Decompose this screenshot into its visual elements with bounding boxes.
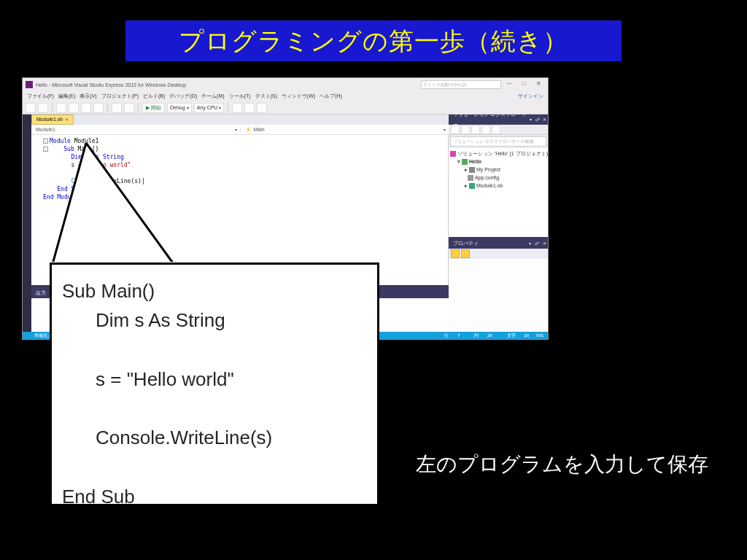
menu-file[interactable]: ファイル(F)	[27, 93, 54, 100]
callout-line-4: Console.WriteLine(s)	[62, 423, 367, 452]
status-col: 列 29	[467, 332, 492, 339]
menu-view[interactable]: 表示(V)	[80, 93, 96, 100]
callout-line-2: Dim s As String	[62, 306, 367, 335]
panel-pin-icon[interactable]: ☍	[534, 114, 541, 125]
callout-line-3: s = "Hello world"	[62, 365, 367, 394]
solution-appconfig[interactable]: App.config	[450, 174, 548, 182]
solution-root[interactable]: ソリューション 'Hello' (1 プロジェクト)	[450, 149, 548, 158]
nav-scope-combo[interactable]: Module1	[31, 127, 241, 132]
tool-misc2-icon[interactable]	[244, 103, 255, 113]
sol-refresh-icon[interactable]	[461, 125, 470, 134]
solution-toolbar	[449, 125, 548, 135]
callout-line-1: Sub Main()	[62, 276, 367, 306]
callout-box: Sub Main() Dim s As String s = "Hello wo…	[50, 262, 379, 506]
properties-body	[449, 259, 548, 332]
tool-save-icon[interactable]	[81, 103, 91, 113]
sol-showall-icon[interactable]	[481, 125, 490, 134]
tool-redo-icon[interactable]	[124, 103, 134, 113]
solution-module1[interactable]: ▸ Module1.vb	[450, 182, 548, 190]
menu-project[interactable]: プロジェクト(P)	[101, 93, 139, 100]
panel-close-icon[interactable]: ✕	[541, 114, 549, 125]
editor-nav: Module1 Main	[31, 125, 449, 135]
instruction-text: 左のプログラムを入力して保存	[416, 451, 708, 478]
solution-explorer-title: ソリューション エクスプローラー ▾ ☍ ✕	[449, 114, 548, 125]
platform-combo[interactable]: Any CPU	[194, 103, 225, 113]
tool-open-icon[interactable]	[69, 103, 79, 113]
menu-debug[interactable]: デバッグ(D)	[169, 93, 197, 100]
nav-member-combo[interactable]: Main	[241, 127, 449, 133]
prop-cat-icon[interactable]	[451, 249, 460, 258]
minimize-button[interactable]: ─	[503, 80, 516, 89]
sol-collapse-icon[interactable]	[471, 125, 480, 134]
menu-team[interactable]: チーム(M)	[201, 93, 225, 100]
panel-dropdown-icon[interactable]: ▾	[527, 114, 535, 125]
prop-az-icon[interactable]	[461, 249, 470, 258]
status-char: 文字 29	[500, 332, 529, 339]
prop-pin-icon[interactable]: ☍	[533, 238, 541, 249]
sol-properties-icon[interactable]	[492, 125, 500, 134]
vs-logo-icon	[26, 81, 33, 88]
tool-undo-icon[interactable]	[112, 103, 122, 113]
tab-module1[interactable]: Module1.vb	[31, 114, 74, 125]
config-combo[interactable]: Debug	[167, 103, 192, 113]
menu-tools[interactable]: ツール(T)	[229, 93, 251, 100]
vs-titlebar: Hello - Microsoft Visual Studio Express …	[23, 78, 548, 91]
tool-new-icon[interactable]	[56, 103, 66, 113]
right-panels: ソリューション エクスプローラー ▾ ☍ ✕ ソリューション エクスプローラー …	[449, 114, 548, 332]
menu-help[interactable]: ヘルプ(H)	[320, 93, 342, 100]
tool-misc-icon[interactable]	[232, 103, 242, 113]
solution-project[interactable]: ▿ Hello	[450, 158, 548, 166]
editor-tabrow: Module1.vb	[31, 114, 449, 125]
status-line: 行 7	[437, 332, 460, 339]
signin-link[interactable]: サインイン	[518, 93, 543, 100]
slide-title: プログラミングの第一歩（続き）	[125, 20, 622, 61]
tool-misc3-icon[interactable]	[257, 103, 267, 113]
vs-menubar: ファイル(F) 編集(E) 表示(V) プロジェクト(P) ビルド(B) デバッ…	[23, 91, 548, 101]
properties-panel: プロパティ ▾ ☍ ✕	[449, 237, 548, 332]
maximize-button[interactable]: □	[517, 80, 530, 89]
tool-forward-icon[interactable]	[38, 103, 48, 113]
sol-home-icon[interactable]	[451, 125, 460, 134]
callout-line-5: End Sub	[62, 482, 367, 511]
menu-build[interactable]: ビルド(B)	[143, 93, 165, 100]
solution-tree[interactable]: ソリューション 'Hello' (1 プロジェクト) ▿ Hello ▸ My …	[449, 148, 548, 237]
menu-test[interactable]: テスト(S)	[255, 93, 277, 100]
menu-edit[interactable]: 編集(E)	[58, 93, 75, 100]
solution-search-input[interactable]: ソリューション エクスプローラー の検索 (Ctrl+;)	[450, 136, 546, 147]
properties-title: プロパティ ▾ ☍ ✕	[449, 238, 548, 249]
prop-close-icon[interactable]: ✕	[541, 238, 548, 249]
prop-dropdown-icon[interactable]: ▾	[526, 238, 533, 249]
quick-launch-input[interactable]: クイック起動 (Ctrl+Q)	[421, 80, 501, 89]
solution-myproject[interactable]: ▸ My Project	[450, 166, 548, 174]
status-ins: INS	[536, 333, 543, 338]
close-button[interactable]: ✕	[532, 80, 545, 89]
properties-toolbar	[449, 249, 548, 259]
menu-window[interactable]: ウィンドウ(W)	[282, 93, 315, 100]
vs-window-title: Hello - Microsoft Visual Studio Express …	[36, 82, 186, 88]
tool-saveall-icon[interactable]	[93, 103, 104, 113]
start-debug-button[interactable]: 開始	[142, 103, 165, 113]
left-tool-strip[interactable]	[23, 114, 31, 332]
tool-back-icon[interactable]	[26, 103, 36, 113]
